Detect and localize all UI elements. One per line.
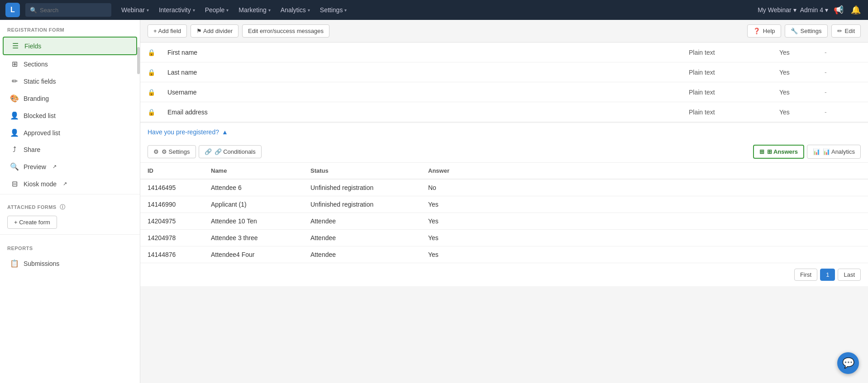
conditionals-tab[interactable]: 🔗 🔗 Conditionals: [199, 145, 262, 158]
table-row: 14146990 Applicant (1) Unfinished regist…: [140, 196, 868, 213]
add-field-button[interactable]: + Add field: [148, 24, 187, 38]
sidebar-item-static-fields[interactable]: ✏ Static fields: [3, 73, 137, 90]
settings-button[interactable]: 🔧 Settings: [785, 24, 828, 38]
submissions-icon: 📋: [10, 259, 19, 268]
create-form-button[interactable]: + Create form: [7, 216, 57, 229]
form-fields-table: 🔒 First name Plain text Yes - 🔒 Last nam…: [140, 43, 868, 122]
sidebar-item-fields[interactable]: ☰ Fields: [3, 37, 137, 55]
help-button[interactable]: ❓ Help: [747, 24, 781, 38]
top-navigation: L 🔍 Webinar ▾ Interactivity ▾ People ▾ M…: [0, 0, 868, 20]
search-icon: 🔍: [30, 7, 37, 14]
edit-messages-button[interactable]: Edit error/success messages: [242, 24, 329, 38]
last-page-button[interactable]: Last: [838, 269, 861, 281]
right-tabs: ⊞ ⊞ Answers 📊 📊 Analytics: [753, 145, 861, 159]
sidebar-item-approved-list[interactable]: 👤 Approved list: [3, 124, 137, 141]
sidebar-item-share[interactable]: ⤴ Share: [3, 142, 137, 158]
chevron-down-icon: ▾: [825, 6, 828, 14]
chevron-down-icon: ▾: [793, 6, 796, 14]
analytics-tab-icon: 📊: [813, 148, 820, 155]
tabs-row: ⚙ ⚙ Settings 🔗 🔗 Conditionals ⊞ ⊞ Answer…: [140, 141, 868, 163]
pre-registered-link[interactable]: Have you pre-registered? ▲: [148, 128, 228, 136]
nav-item-webinar[interactable]: Webinar ▾: [117, 4, 153, 16]
table-row: 🔒 Username Plain text Yes -: [140, 82, 868, 102]
sidebar-item-kiosk-mode[interactable]: ⊟ Kiosk mode ↗: [3, 175, 137, 192]
notifications-icon[interactable]: 📢: [832, 3, 845, 17]
scroll-indicator: [137, 47, 140, 74]
answers-tab[interactable]: ⊞ ⊞ Answers: [753, 145, 804, 159]
sidebar-item-blocked-list[interactable]: 👤 Blocked list: [3, 107, 137, 124]
answers-tab-icon: ⊞: [759, 148, 764, 155]
lock-icon: 🔒: [148, 49, 167, 56]
reports-section: REPORTS 📋 Submissions: [0, 236, 140, 274]
chevron-down-icon: ▾: [147, 8, 149, 13]
table-row: 14144876 Attendee4 Four Attendee Yes: [140, 246, 868, 263]
reports-title: REPORTS: [0, 238, 140, 255]
nav-item-people[interactable]: People ▾: [200, 4, 234, 16]
main-layout: REGISTRATION FORM ☰ Fields ⊞ Sections ✏ …: [0, 20, 868, 383]
sidebar-divider-2: [0, 234, 140, 235]
attached-forms-section: ATTACHED FORMS ⓘ + Create form: [0, 196, 140, 232]
pagination: First 1 Last: [140, 263, 868, 286]
fields-icon: ☰: [11, 42, 20, 50]
table-row: 14146495 Attendee 6 Unfinished registrat…: [140, 180, 868, 196]
info-icon: ⓘ: [60, 204, 66, 210]
settings-tab-icon: ⚙: [153, 148, 159, 155]
lock-icon: 🔒: [148, 89, 167, 96]
help-icon: ❓: [753, 28, 760, 34]
nav-item-marketing[interactable]: Marketing ▾: [234, 4, 275, 16]
nav-right: My Webinar ▾ Admin 4 ▾ 📢 🔔: [758, 3, 863, 17]
registration-form-title: REGISTRATION FORM: [0, 20, 140, 36]
content-area: 🔒 First name Plain text Yes - 🔒 Last nam…: [140, 43, 868, 286]
app-logo[interactable]: L: [5, 3, 20, 17]
add-divider-button[interactable]: ⚑ Add divider: [191, 24, 238, 38]
share-icon: ⤴: [10, 146, 19, 154]
chevron-down-icon: ▾: [226, 8, 229, 13]
answers-table: ID Name Status Answer 14146495 Attendee …: [140, 163, 868, 263]
table-row: 🔒 Last name Plain text Yes -: [140, 62, 868, 82]
external-link-icon: ↗: [52, 164, 57, 170]
nav-item-interactivity[interactable]: Interactivity ▾: [154, 4, 200, 16]
edit-button[interactable]: ✏ Edit: [831, 24, 861, 38]
table-row: 🔒 Email address Plain text Yes -: [140, 102, 868, 122]
nav-item-settings[interactable]: Settings ▾: [315, 4, 352, 16]
current-page-button[interactable]: 1: [820, 269, 835, 281]
lock-icon: 🔒: [148, 69, 167, 76]
kiosk-icon: ⊟: [10, 180, 19, 188]
chevron-down-icon: ▾: [193, 8, 195, 13]
conditionals-tab-icon: 🔗: [205, 148, 212, 155]
external-link-icon: ↗: [63, 181, 67, 187]
search-input[interactable]: [40, 7, 107, 14]
table-row: 14204975 Attendee 10 Ten Attendee Yes: [140, 213, 868, 230]
chevron-down-icon: ▾: [344, 8, 347, 13]
sidebar-divider: [0, 194, 140, 194]
sidebar-item-sections[interactable]: ⊞ Sections: [3, 56, 137, 72]
toolbar-right: ❓ Help 🔧 Settings ✏ Edit: [747, 24, 861, 38]
sidebar-item-preview[interactable]: 🔍 Preview ↗: [3, 158, 137, 175]
nav-items: Webinar ▾ Interactivity ▾ People ▾ Marke…: [117, 4, 756, 16]
static-fields-icon: ✏: [10, 77, 19, 85]
chevron-down-icon: ▾: [308, 8, 310, 13]
nav-item-analytics[interactable]: Analytics ▾: [276, 4, 315, 16]
pre-registered-header: Have you pre-registered? ▲: [140, 123, 868, 141]
chat-fab-button[interactable]: 💬: [837, 352, 859, 374]
search-box[interactable]: 🔍: [25, 3, 111, 17]
admin-menu[interactable]: Admin 4 ▾: [800, 6, 828, 14]
attached-forms-title: ATTACHED FORMS ⓘ: [7, 203, 133, 216]
sidebar-item-submissions[interactable]: 📋 Submissions: [3, 255, 137, 272]
settings-tab[interactable]: ⚙ ⚙ Settings: [148, 145, 196, 158]
table-row: 🔒 First name Plain text Yes -: [140, 43, 868, 62]
analytics-tab[interactable]: 📊 📊 Analytics: [807, 145, 861, 159]
lock-icon: 🔒: [148, 109, 167, 116]
sidebar-item-branding[interactable]: 🎨 Branding: [3, 90, 137, 107]
my-webinar-menu[interactable]: My Webinar ▾: [758, 6, 796, 14]
answers-table-header: ID Name Status Answer: [140, 163, 868, 180]
chevron-down-icon: ▾: [268, 8, 271, 13]
approved-list-icon: 👤: [10, 128, 19, 137]
bell-icon[interactable]: 🔔: [849, 3, 863, 17]
preview-icon: 🔍: [10, 162, 19, 171]
toolbar: + Add field ⚑ Add divider Edit error/suc…: [140, 20, 868, 43]
first-page-button[interactable]: First: [794, 269, 817, 281]
edit-icon: ✏: [837, 28, 842, 34]
chat-icon: 💬: [842, 357, 854, 369]
blocked-list-icon: 👤: [10, 111, 19, 120]
